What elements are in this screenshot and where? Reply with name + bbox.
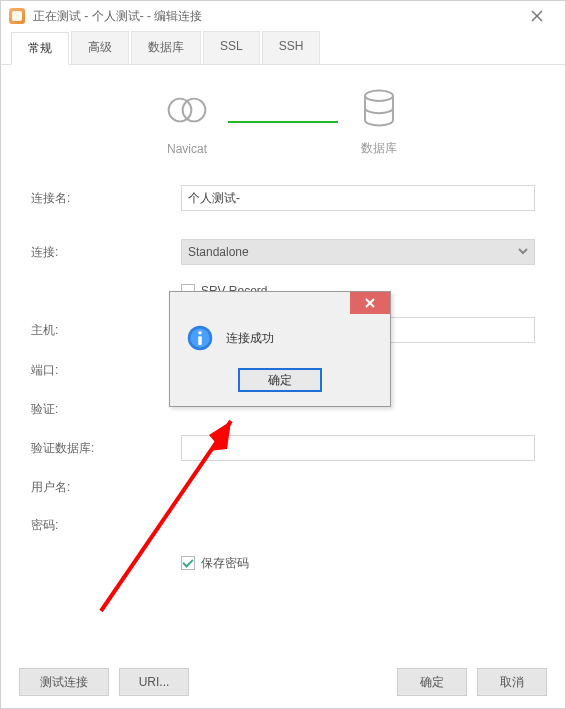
svg-point-1 <box>183 98 206 121</box>
svg-rect-6 <box>198 336 202 345</box>
svg-point-5 <box>198 331 202 335</box>
database-icon <box>358 87 400 132</box>
tab-ssl[interactable]: SSL <box>203 31 260 64</box>
cancel-button[interactable]: 取消 <box>477 668 547 696</box>
diagram-database: 数据库 <box>358 87 400 157</box>
title-bar: 正在测试 - 个人测试- - 编辑连接 <box>1 1 565 31</box>
footer-bar: 测试连接 URI... 确定 取消 <box>1 656 565 708</box>
uri-button[interactable]: URI... <box>119 668 189 696</box>
connection-name-input[interactable] <box>181 185 535 211</box>
dialog-message: 连接成功 <box>226 330 274 347</box>
dialog-close-button[interactable] <box>350 292 390 314</box>
ok-button[interactable]: 确定 <box>397 668 467 696</box>
host-label: 主机: <box>31 322 181 339</box>
auth-db-input[interactable] <box>181 435 535 461</box>
tab-advanced[interactable]: 高级 <box>71 31 129 64</box>
connection-name-label: 连接名: <box>31 190 181 207</box>
svg-point-0 <box>169 98 192 121</box>
svg-point-2 <box>365 91 393 102</box>
connection-type-value: Standalone <box>188 245 249 259</box>
password-label: 密码: <box>31 517 181 534</box>
window-close-button[interactable] <box>517 1 557 31</box>
diagram-navicat-label: Navicat <box>167 142 207 156</box>
diagram-database-label: 数据库 <box>361 140 397 157</box>
diagram-connection-line <box>228 121 338 123</box>
username-label: 用户名: <box>31 479 181 496</box>
info-icon <box>186 324 214 352</box>
chevron-down-icon <box>518 245 528 259</box>
connection-type-label: 连接: <box>31 244 181 261</box>
dialog-ok-button[interactable]: 确定 <box>238 368 322 392</box>
tab-database[interactable]: 数据库 <box>131 31 201 64</box>
connection-type-select[interactable]: Standalone <box>181 239 535 265</box>
navicat-icon <box>166 89 208 134</box>
test-connection-button[interactable]: 测试连接 <box>19 668 109 696</box>
app-icon <box>9 8 25 24</box>
connection-diagram: Navicat 数据库 <box>1 65 565 185</box>
tab-ssh[interactable]: SSH <box>262 31 321 64</box>
window-title: 正在测试 - 个人测试- - 编辑连接 <box>33 8 517 25</box>
success-dialog: 连接成功 确定 <box>169 291 391 407</box>
diagram-navicat: Navicat <box>166 89 208 156</box>
save-password-label: 保存密码 <box>201 555 249 572</box>
save-password-checkbox[interactable] <box>181 556 195 570</box>
auth-label: 验证: <box>31 401 181 418</box>
port-label: 端口: <box>31 362 181 379</box>
auth-db-label: 验证数据库: <box>31 440 181 457</box>
dialog-title-bar <box>170 292 390 314</box>
tab-general[interactable]: 常规 <box>11 32 69 65</box>
tab-bar: 常规 高级 数据库 SSL SSH <box>1 31 565 65</box>
